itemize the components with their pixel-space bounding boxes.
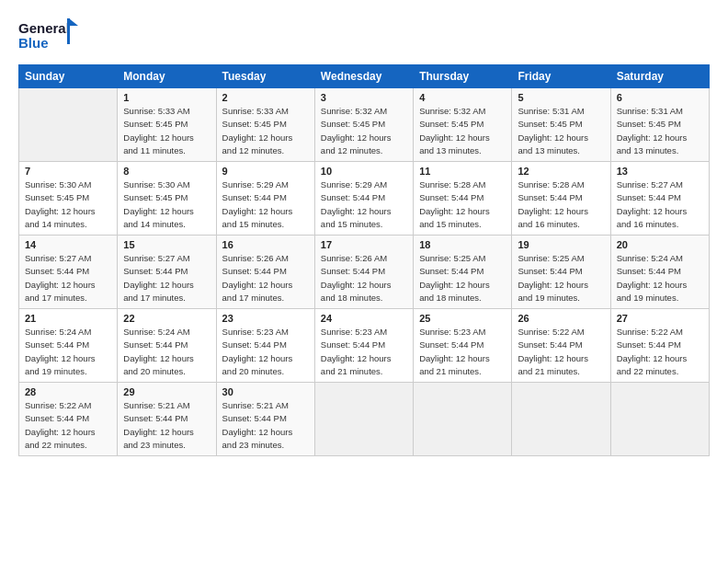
calendar-body: 1Sunrise: 5:33 AMSunset: 5:45 PMDaylight… — [19, 88, 710, 456]
col-header-saturday: Saturday — [610, 65, 709, 88]
col-header-sunday: Sunday — [19, 65, 118, 88]
calendar-cell: 5Sunrise: 5:31 AMSunset: 5:45 PMDaylight… — [512, 88, 610, 162]
day-number: 13 — [617, 166, 703, 177]
day-number: 23 — [222, 313, 309, 324]
logo: GeneralBlue — [18, 17, 81, 57]
day-number: 24 — [321, 313, 407, 324]
calendar-row: 1Sunrise: 5:33 AMSunset: 5:45 PMDaylight… — [19, 88, 710, 162]
calendar-cell: 24Sunrise: 5:23 AMSunset: 5:44 PMDayligh… — [314, 309, 413, 383]
svg-text:General: General — [18, 20, 70, 36]
cell-info: Sunrise: 5:29 AMSunset: 5:44 PMDaylight:… — [321, 178, 407, 231]
calendar-cell: 28Sunrise: 5:22 AMSunset: 5:44 PMDayligh… — [19, 383, 118, 456]
calendar-header: SundayMondayTuesdayWednesdayThursdayFrid… — [19, 65, 710, 88]
cell-info: Sunrise: 5:23 AMSunset: 5:44 PMDaylight:… — [419, 326, 506, 378]
calendar-row: 21Sunrise: 5:24 AMSunset: 5:44 PMDayligh… — [19, 309, 710, 383]
svg-text:Blue: Blue — [18, 35, 49, 51]
day-number: 16 — [222, 239, 309, 250]
col-header-tuesday: Tuesday — [216, 65, 314, 88]
calendar-cell: 22Sunrise: 5:24 AMSunset: 5:44 PMDayligh… — [118, 309, 216, 383]
calendar-cell: 13Sunrise: 5:27 AMSunset: 5:44 PMDayligh… — [610, 162, 709, 236]
cell-info: Sunrise: 5:26 AMSunset: 5:44 PMDaylight:… — [321, 252, 407, 304]
page-header: GeneralBlue — [18, 17, 710, 57]
calendar-cell: 27Sunrise: 5:22 AMSunset: 5:44 PMDayligh… — [610, 309, 709, 383]
calendar-cell — [610, 383, 709, 456]
calendar-cell: 25Sunrise: 5:23 AMSunset: 5:44 PMDayligh… — [414, 309, 512, 383]
calendar-cell: 3Sunrise: 5:32 AMSunset: 5:45 PMDaylight… — [314, 88, 413, 162]
calendar-cell: 18Sunrise: 5:25 AMSunset: 5:44 PMDayligh… — [414, 236, 512, 309]
day-number: 25 — [419, 313, 506, 324]
cell-info: Sunrise: 5:24 AMSunset: 5:44 PMDaylight:… — [617, 252, 703, 304]
col-header-thursday: Thursday — [414, 65, 512, 88]
cell-info: Sunrise: 5:27 AMSunset: 5:44 PMDaylight:… — [123, 252, 210, 304]
svg-rect-3 — [67, 18, 70, 44]
cell-info: Sunrise: 5:25 AMSunset: 5:44 PMDaylight:… — [518, 252, 604, 304]
calendar-cell: 11Sunrise: 5:28 AMSunset: 5:44 PMDayligh… — [414, 162, 512, 236]
cell-info: Sunrise: 5:22 AMSunset: 5:44 PMDaylight:… — [518, 326, 604, 378]
calendar-cell: 30Sunrise: 5:21 AMSunset: 5:44 PMDayligh… — [216, 383, 314, 456]
cell-info: Sunrise: 5:24 AMSunset: 5:44 PMDaylight:… — [123, 326, 210, 378]
calendar-cell — [512, 383, 610, 456]
calendar-cell: 17Sunrise: 5:26 AMSunset: 5:44 PMDayligh… — [314, 236, 413, 309]
calendar-cell: 12Sunrise: 5:28 AMSunset: 5:44 PMDayligh… — [512, 162, 610, 236]
cell-info: Sunrise: 5:27 AMSunset: 5:44 PMDaylight:… — [25, 252, 111, 304]
day-number: 10 — [321, 166, 407, 177]
calendar-cell: 26Sunrise: 5:22 AMSunset: 5:44 PMDayligh… — [512, 309, 610, 383]
col-header-friday: Friday — [512, 65, 610, 88]
calendar-row: 14Sunrise: 5:27 AMSunset: 5:44 PMDayligh… — [19, 236, 710, 309]
cell-info: Sunrise: 5:21 AMSunset: 5:44 PMDaylight:… — [123, 399, 210, 452]
cell-info: Sunrise: 5:28 AMSunset: 5:44 PMDaylight:… — [518, 178, 604, 231]
calendar-cell: 7Sunrise: 5:30 AMSunset: 5:45 PMDaylight… — [19, 162, 118, 236]
cell-info: Sunrise: 5:25 AMSunset: 5:44 PMDaylight:… — [419, 252, 506, 304]
day-number: 2 — [222, 92, 309, 103]
calendar-cell: 19Sunrise: 5:25 AMSunset: 5:44 PMDayligh… — [512, 236, 610, 309]
calendar-cell: 10Sunrise: 5:29 AMSunset: 5:44 PMDayligh… — [314, 162, 413, 236]
cell-info: Sunrise: 5:21 AMSunset: 5:44 PMDaylight:… — [222, 399, 309, 452]
logo-svg: GeneralBlue — [18, 17, 81, 57]
calendar-cell — [314, 383, 413, 456]
cell-info: Sunrise: 5:29 AMSunset: 5:44 PMDaylight:… — [222, 178, 309, 231]
day-number: 30 — [222, 386, 309, 397]
day-number: 29 — [123, 386, 210, 397]
cell-info: Sunrise: 5:22 AMSunset: 5:44 PMDaylight:… — [617, 326, 703, 378]
calendar-cell: 4Sunrise: 5:32 AMSunset: 5:45 PMDaylight… — [414, 88, 512, 162]
cell-info: Sunrise: 5:32 AMSunset: 5:45 PMDaylight:… — [419, 105, 506, 157]
day-number: 15 — [123, 239, 210, 250]
calendar-row: 28Sunrise: 5:22 AMSunset: 5:44 PMDayligh… — [19, 383, 710, 456]
day-number: 18 — [419, 239, 506, 250]
calendar-cell: 9Sunrise: 5:29 AMSunset: 5:44 PMDaylight… — [216, 162, 314, 236]
cell-info: Sunrise: 5:30 AMSunset: 5:45 PMDaylight:… — [123, 178, 210, 231]
calendar-cell: 29Sunrise: 5:21 AMSunset: 5:44 PMDayligh… — [118, 383, 216, 456]
cell-info: Sunrise: 5:27 AMSunset: 5:44 PMDaylight:… — [617, 178, 703, 231]
calendar-cell — [414, 383, 512, 456]
cell-info: Sunrise: 5:31 AMSunset: 5:45 PMDaylight:… — [518, 105, 604, 157]
day-number: 28 — [25, 386, 111, 397]
cell-info: Sunrise: 5:33 AMSunset: 5:45 PMDaylight:… — [123, 105, 210, 157]
header-row: SundayMondayTuesdayWednesdayThursdayFrid… — [19, 65, 710, 88]
day-number: 9 — [222, 166, 309, 177]
day-number: 17 — [321, 239, 407, 250]
calendar-table: SundayMondayTuesdayWednesdayThursdayFrid… — [18, 64, 710, 456]
day-number: 12 — [518, 166, 604, 177]
day-number: 6 — [617, 92, 703, 103]
cell-info: Sunrise: 5:26 AMSunset: 5:44 PMDaylight:… — [222, 252, 309, 304]
cell-info: Sunrise: 5:24 AMSunset: 5:44 PMDaylight:… — [25, 326, 111, 378]
day-number: 21 — [25, 313, 111, 324]
cell-info: Sunrise: 5:22 AMSunset: 5:44 PMDaylight:… — [25, 399, 111, 452]
day-number: 3 — [321, 92, 407, 103]
day-number: 19 — [518, 239, 604, 250]
col-header-wednesday: Wednesday — [314, 65, 413, 88]
calendar-cell: 23Sunrise: 5:23 AMSunset: 5:44 PMDayligh… — [216, 309, 314, 383]
day-number: 14 — [25, 239, 111, 250]
calendar-cell: 21Sunrise: 5:24 AMSunset: 5:44 PMDayligh… — [19, 309, 118, 383]
calendar-cell: 20Sunrise: 5:24 AMSunset: 5:44 PMDayligh… — [610, 236, 709, 309]
day-number: 5 — [518, 92, 604, 103]
day-number: 11 — [419, 166, 506, 177]
cell-info: Sunrise: 5:31 AMSunset: 5:45 PMDaylight:… — [617, 105, 703, 157]
day-number: 8 — [123, 166, 210, 177]
day-number: 7 — [25, 166, 111, 177]
col-header-monday: Monday — [118, 65, 216, 88]
day-number: 27 — [617, 313, 703, 324]
cell-info: Sunrise: 5:23 AMSunset: 5:44 PMDaylight:… — [321, 326, 407, 378]
cell-info: Sunrise: 5:32 AMSunset: 5:45 PMDaylight:… — [321, 105, 407, 157]
calendar-cell: 8Sunrise: 5:30 AMSunset: 5:45 PMDaylight… — [118, 162, 216, 236]
